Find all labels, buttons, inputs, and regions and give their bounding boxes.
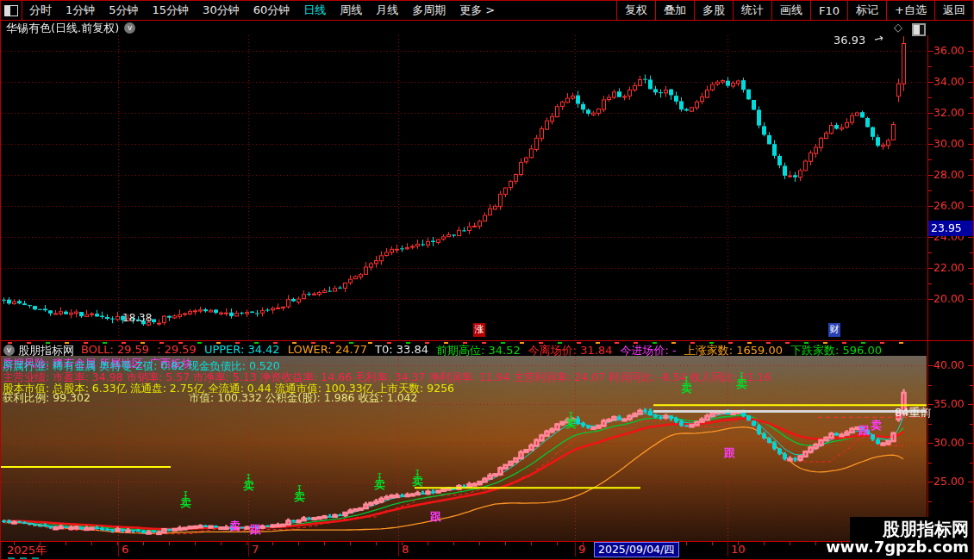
watermark-site: 股朋指标网 [883,520,969,538]
x-axis-tick [221,542,222,545]
bottom-strip [1,557,973,560]
sub-y-tick [928,404,933,405]
main-y-label-4: 28.00 [933,168,965,181]
magenta-sell-marker-0: 卖 [229,519,240,534]
main-y-tick-r [968,268,973,269]
x-axis-tick [505,542,506,545]
timeframe-item-2[interactable]: 5分钟 [102,1,145,20]
tool-item-1[interactable]: 叠加 [655,1,694,20]
pane-separator[interactable] [1,340,973,341]
tool-item-3[interactable]: 统计 [733,1,771,20]
tool-item-5[interactable]: F10 [810,1,847,20]
split-view-icon[interactable] [912,23,926,36]
sub-y-tick-r [968,443,973,444]
sell-marker-3: ↧卖 [374,472,385,489]
sell-arrow-icon: ↧ [374,472,385,481]
tool-item-0[interactable]: 复权 [616,1,655,20]
status-fragment [20,557,27,559]
chevron-down-icon[interactable]: v [124,22,135,34]
tools-menu: 复权叠加多股统计画线F10标记+自选返回 [616,1,973,20]
low-price-annotation: 18.38 [122,312,152,324]
main-y-label-1: 34.00 [933,75,965,88]
main-y-tick-r [968,299,973,300]
tool-item-7[interactable]: +自选 [886,1,934,20]
watermark-url: www.7gpzb.com [826,538,969,556]
sub-y-label-1: 35.00 [933,397,965,410]
main-y-tick [928,299,933,300]
main-y-label-8: 20.00 [933,292,965,305]
timeframe-item-10[interactable]: 更多 > [453,1,502,20]
main-y-tick-r [968,144,973,145]
follow-marker-3: 跟 [858,423,870,439]
indicator-header: v 股朋指标网 BOLL: 29.59: 29.59UPPER: 34.42LO… [1,344,927,357]
main-y-label-7: 22.00 [933,261,965,274]
main-y-tick-r [970,66,973,67]
status-fragment [8,557,15,559]
price-badge: 23.95 [928,221,974,236]
indicator-field-2: UPPER: 34.42 [204,343,280,358]
main-y-tick-r [970,159,973,160]
indicator-values: BOLL: 29.59: 29.59UPPER: 34.42LOWER: 24.… [81,343,890,358]
sell-marker-7: ↧卖 [736,371,747,389]
sell-arrow-icon: ↧ [294,484,305,493]
sub-y-tick-r [968,365,973,366]
main-y-tick [928,51,933,52]
panel-split-icon [4,5,18,16]
x-axis-label-0: 6 [122,543,128,556]
x-axis-tick [117,542,118,545]
indicator-site-name: 股朋指标网 [18,343,74,358]
main-y-tick-r [968,82,973,83]
timeframe-item-8[interactable]: 月线 [369,1,405,20]
timeframe-item-7[interactable]: 周线 [333,1,369,20]
axis-year-label: 2025年 [7,543,47,558]
main-chart-canvas[interactable] [1,35,927,339]
sub-chart-right-label: 84重前 [895,405,932,420]
x-axis-tick [479,542,480,545]
high-price-annotation: 36.93 [834,34,865,47]
main-y-label-0: 36.00 [933,44,965,57]
sell-arrow-icon: ↧ [565,411,577,420]
timeframe-item-1[interactable]: 1分钟 [59,1,102,20]
selected-date-badge: 2025/09/04/四 [594,542,679,557]
timeframe-item-3[interactable]: 15分钟 [146,1,197,20]
sell-marker-4: ↧卖 [412,469,423,486]
follow-marker-1: 跟 [430,509,441,525]
app-menu-icon[interactable] [1,1,22,20]
x-axis-tick [764,542,765,545]
indicator-field-0: BOLL: 29.59 [81,343,149,358]
indicator-field-6: 今离场价: 31.84 [528,343,613,358]
main-y-tick-r [968,175,973,176]
collapse-chevron-icon[interactable]: v [3,345,15,356]
main-y-tick [928,252,932,253]
indicator-field-1: : 29.59 [157,343,197,358]
timeframe-item-9[interactable]: 多周期 [405,1,453,20]
x-axis-label-2: 8 [402,543,409,556]
indicator-field-4: T0: 33.84 [375,343,428,358]
tool-item-8[interactable]: 返回 [934,1,973,20]
sub-y-tick [928,443,933,444]
timeframe-item-6[interactable]: 日线 [297,1,333,20]
indicator-field-9: 下跌家数: 596.00 [790,343,882,358]
sub-y-label-3: 25.00 [933,475,965,488]
x-axis-tick [91,542,92,545]
timeframe-item-4[interactable]: 30分钟 [196,1,247,20]
timeframe-item-0[interactable]: 分时 [22,1,59,20]
sub-y-tick [928,482,933,482]
sub-y-tick-r [968,404,973,405]
x-axis-tick [453,542,454,545]
sub-y-tick [928,365,933,366]
tool-item-2[interactable]: 多股 [694,1,733,20]
x-axis-tick [531,542,532,545]
x-axis-separator [398,542,399,557]
tool-item-6[interactable]: 标记 [847,1,886,20]
sub-y-tick [928,424,932,425]
trading-app-window: 分时1分钟5分钟15分钟30分钟60分钟日线周线月线多周期更多 > 复权叠加多股… [0,0,974,560]
x-axis-tick [350,542,351,545]
main-y-tick-r [970,190,973,191]
timeframe-item-5[interactable]: 60分钟 [247,1,297,20]
main-y-tick [928,190,932,191]
diamond-icon[interactable]: ◇ [894,21,902,34]
main-y-tick [928,128,932,129]
main-y-tick-r [970,252,973,253]
tool-item-4[interactable]: 画线 [771,1,810,20]
